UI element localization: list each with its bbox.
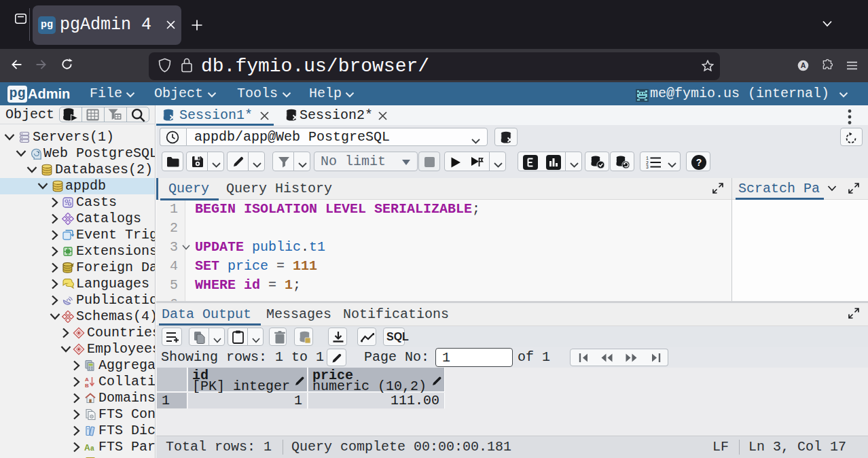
svg-text:A: A bbox=[85, 376, 89, 383]
svg-text:a: a bbox=[90, 444, 94, 452]
svg-text:A: A bbox=[801, 61, 806, 69]
svg-text:B: B bbox=[85, 383, 89, 389]
svg-text:3: 3 bbox=[646, 165, 649, 169]
svg-text:?: ? bbox=[696, 157, 702, 168]
svg-text:A: A bbox=[84, 443, 90, 453]
